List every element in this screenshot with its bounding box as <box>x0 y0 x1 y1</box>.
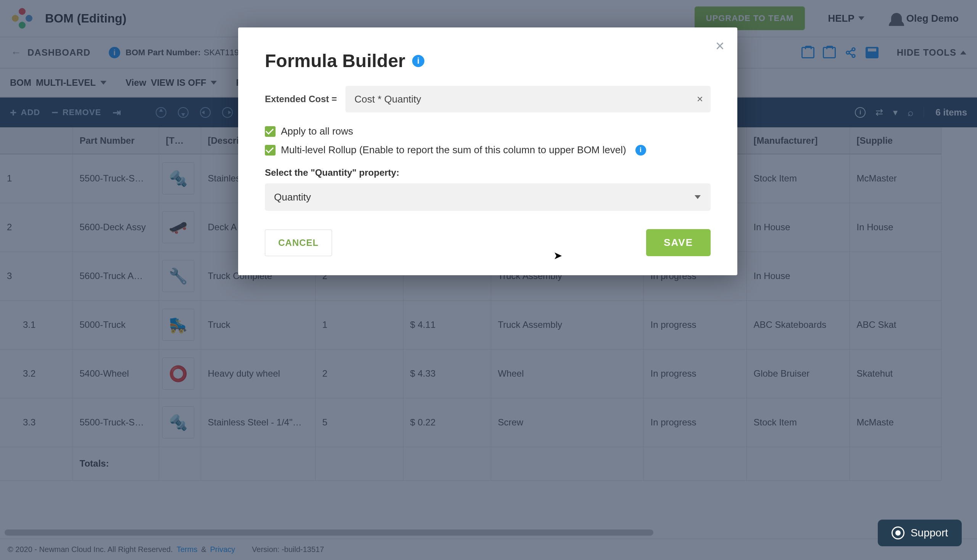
support-label: Support <box>910 527 948 539</box>
apply-all-checkbox-row[interactable]: Apply to all rows <box>265 125 711 137</box>
checkbox-checked-icon <box>265 145 276 155</box>
formula-label: Extended Cost = <box>265 94 337 105</box>
checkbox-checked-icon <box>265 126 276 137</box>
support-button[interactable]: Support <box>878 520 962 546</box>
rollup-label: Multi-level Rollup (Enable to report the… <box>281 144 626 156</box>
formula-input[interactable]: Cost * Quantity × <box>345 86 711 112</box>
info-icon[interactable]: i <box>412 55 424 67</box>
clear-button[interactable]: × <box>697 93 703 105</box>
quantity-select[interactable]: Quantity <box>265 183 711 211</box>
cancel-button[interactable]: CANCEL <box>265 230 332 256</box>
quantity-select-label: Select the "Quantity" property: <box>265 167 711 178</box>
modal-title: Formula Builder <box>265 50 405 71</box>
formula-builder-modal: × Formula Builder i Extended Cost = Cost… <box>238 27 737 275</box>
apply-all-label: Apply to all rows <box>281 125 353 137</box>
save-button[interactable]: SAVE <box>646 229 711 256</box>
quantity-select-value: Quantity <box>274 192 311 203</box>
rollup-checkbox-row[interactable]: Multi-level Rollup (Enable to report the… <box>265 144 711 156</box>
close-button[interactable]: × <box>716 38 724 53</box>
info-icon[interactable]: i <box>636 145 646 155</box>
formula-value: Cost * Quantity <box>355 93 422 105</box>
chevron-down-icon <box>694 195 701 199</box>
support-icon <box>892 527 905 539</box>
